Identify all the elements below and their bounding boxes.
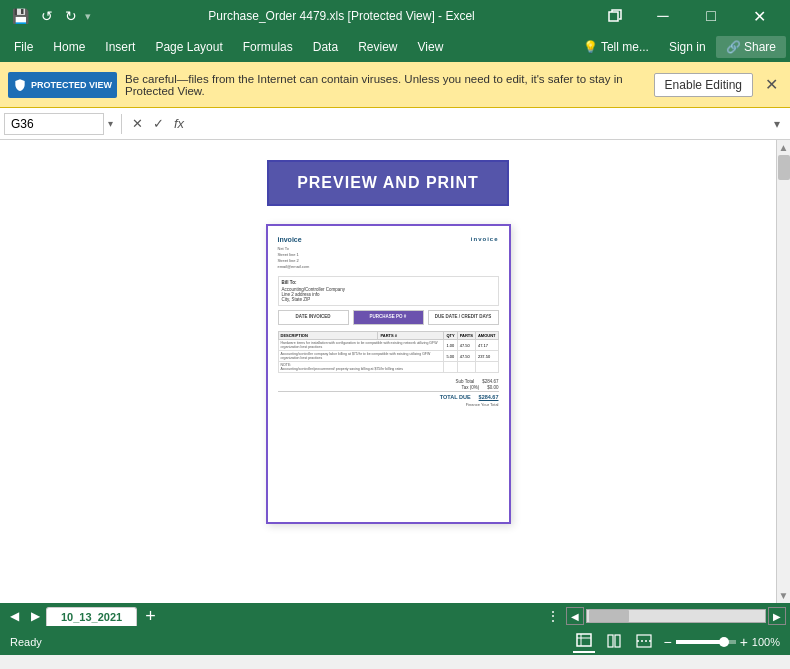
- formula-input[interactable]: [186, 115, 766, 133]
- menu-home[interactable]: Home: [43, 36, 95, 58]
- menu-formulas[interactable]: Formulas: [233, 36, 303, 58]
- invoice-table: DESCRIPTION PARTS # QTY PARTS AMOUNT Har…: [278, 331, 499, 373]
- quick-access-toolbar: 💾 ↺ ↻ ▾: [8, 6, 91, 26]
- doc-totals: Sub Total $284.67 Tax (0%) $0.00 TOTAL D…: [278, 379, 499, 407]
- col-amount: AMOUNT: [475, 332, 498, 340]
- share-button[interactable]: 🔗 Share: [716, 36, 786, 58]
- date-invoiced-label: DATE INVOICED: [282, 314, 345, 319]
- enable-editing-button[interactable]: Enable Editing: [654, 73, 753, 97]
- window-controls: ─ □ ✕: [592, 0, 782, 32]
- formula-divider: [121, 114, 122, 134]
- confirm-formula-button[interactable]: ✓: [149, 114, 168, 133]
- protected-view-badge: PROTECTED VIEW: [8, 72, 117, 98]
- cell-content-area: PREVIEW AND PRINT invoice Net ToStreet l…: [0, 140, 776, 603]
- tell-me-button[interactable]: 💡 Tell me...: [573, 36, 659, 58]
- scroll-thumb[interactable]: [778, 155, 790, 180]
- menu-data[interactable]: Data: [303, 36, 348, 58]
- subtotal-val: $284.67: [482, 379, 498, 384]
- doc-title-area: invoice: [471, 236, 499, 242]
- vertical-scrollbar[interactable]: ▲ ▼: [776, 140, 790, 603]
- restore-down-button[interactable]: [592, 0, 638, 32]
- cancel-formula-button[interactable]: ✕: [128, 114, 147, 133]
- menu-file[interactable]: File: [4, 36, 43, 58]
- title-bar: 💾 ↺ ↻ ▾ Purchase_Order 4479.xls [Protect…: [0, 0, 790, 32]
- scroll-down-button[interactable]: ▼: [777, 588, 790, 603]
- window-title: Purchase_Order 4479.xls [Protected View]…: [91, 9, 592, 23]
- zoom-slider[interactable]: [676, 640, 736, 644]
- subtotal-label: Sub Total: [456, 379, 475, 384]
- status-bar: Ready − +: [0, 629, 790, 655]
- protected-view-banner: PROTECTED VIEW Be careful—files from the…: [0, 62, 790, 108]
- doc-logo: invoice: [278, 236, 310, 243]
- zoom-thumb[interactable]: [719, 637, 729, 647]
- menu-insert[interactable]: Insert: [95, 36, 145, 58]
- zoom-out-button[interactable]: −: [663, 634, 671, 650]
- undo-button[interactable]: ↺: [37, 6, 57, 26]
- save-button[interactable]: 💾: [8, 6, 33, 26]
- doc-header: invoice Net ToStreet line 1Street line 2…: [278, 236, 499, 270]
- table-row: NOTE:Accounting/controller/procurement/ …: [278, 362, 498, 373]
- name-box-dropdown[interactable]: ▾: [106, 116, 115, 131]
- restore-button[interactable]: □: [688, 0, 734, 32]
- doc-bill-to: Bill To: Accounting/Controller Company L…: [278, 276, 499, 306]
- svg-rect-5: [615, 635, 620, 647]
- menu-view[interactable]: View: [408, 36, 454, 58]
- add-sheet-button[interactable]: +: [137, 607, 164, 625]
- doc-subtotal-row: Sub Total $284.67: [278, 379, 499, 384]
- name-box[interactable]: [4, 113, 104, 135]
- banner-message: Be careful—files from the Internet can c…: [125, 73, 646, 97]
- banner-close-button[interactable]: ✕: [761, 75, 782, 94]
- redo-button[interactable]: ↻: [61, 6, 81, 26]
- total-label: TOTAL DUE: [440, 394, 471, 400]
- sheet-tab-bar: ◀ ▶ 10_13_2021 + ⋮ ◀ ▶: [0, 603, 790, 629]
- close-button[interactable]: ✕: [736, 0, 782, 32]
- zoom-controls: − + 100%: [663, 634, 780, 650]
- title-bar-left: 💾 ↺ ↻ ▾: [8, 6, 91, 26]
- col-price: PARTS: [457, 332, 475, 340]
- zoom-level-text: 100%: [752, 636, 780, 648]
- doc-address-lines: Net ToStreet line 1Street line 2email@em…: [278, 246, 310, 270]
- zoom-bar-fill: [676, 640, 721, 644]
- spreadsheet-area: OPL.COM ▲ ▼ PREVIEW AND PRINT invoice Ne…: [0, 140, 790, 603]
- horizontal-scrollbar[interactable]: [586, 609, 766, 623]
- page-layout-view-button[interactable]: [603, 633, 625, 652]
- formula-expand-button[interactable]: ▾: [768, 115, 786, 133]
- doc-tax-row: Tax (0%) $0.00: [278, 385, 499, 390]
- minimize-button[interactable]: ─: [640, 0, 686, 32]
- h-scroll-right-button[interactable]: ▶: [768, 607, 786, 625]
- zoom-in-button[interactable]: +: [740, 634, 748, 650]
- h-scroll-left-button[interactable]: ◀: [566, 607, 584, 625]
- scroll-up-button[interactable]: ▲: [777, 140, 790, 155]
- menu-bar: File Home Insert Page Layout Formulas Da…: [0, 32, 790, 62]
- page-layout-view-icon: [606, 634, 622, 648]
- tax-label: Tax (0%): [461, 385, 479, 390]
- status-right: − + 100%: [573, 632, 780, 653]
- sign-in-button[interactable]: Sign in: [659, 36, 716, 58]
- preview-print-button[interactable]: PREVIEW AND PRINT: [267, 160, 509, 206]
- scroll-ellipsis: ⋮: [540, 608, 566, 624]
- page-break-view-button[interactable]: [633, 633, 655, 652]
- sheet-nav-prev[interactable]: ◀: [4, 609, 25, 623]
- document-preview: invoice Net ToStreet line 1Street line 2…: [266, 224, 511, 524]
- doc-total-row: TOTAL DUE $284.67: [278, 391, 499, 400]
- menu-review[interactable]: Review: [348, 36, 407, 58]
- doc-footer-note: Finance Your Total: [278, 402, 499, 407]
- col-description: DESCRIPTION: [278, 332, 378, 340]
- svg-rect-1: [577, 634, 591, 646]
- sheet-nav-next[interactable]: ▶: [25, 609, 46, 623]
- svg-rect-6: [637, 635, 651, 647]
- col-qty: QTY: [444, 332, 457, 340]
- due-date-box: DUE DATE / CREDIT DAYS: [428, 310, 499, 325]
- total-val: $284.67: [479, 394, 499, 400]
- restore-icon: [608, 9, 622, 23]
- svg-rect-0: [609, 12, 618, 21]
- purchase-po-label: PURCHASE PO #: [357, 314, 420, 319]
- tax-val: $0.00: [487, 385, 498, 390]
- sheet-tab-10-13-2021[interactable]: 10_13_2021: [46, 607, 137, 626]
- menu-page-layout[interactable]: Page Layout: [145, 36, 232, 58]
- normal-view-button[interactable]: [573, 632, 595, 653]
- h-scrollbar-thumb: [589, 610, 629, 622]
- svg-rect-4: [608, 635, 613, 647]
- shield-icon: [13, 78, 27, 92]
- table-row: Hardware items for installation with con…: [278, 340, 498, 351]
